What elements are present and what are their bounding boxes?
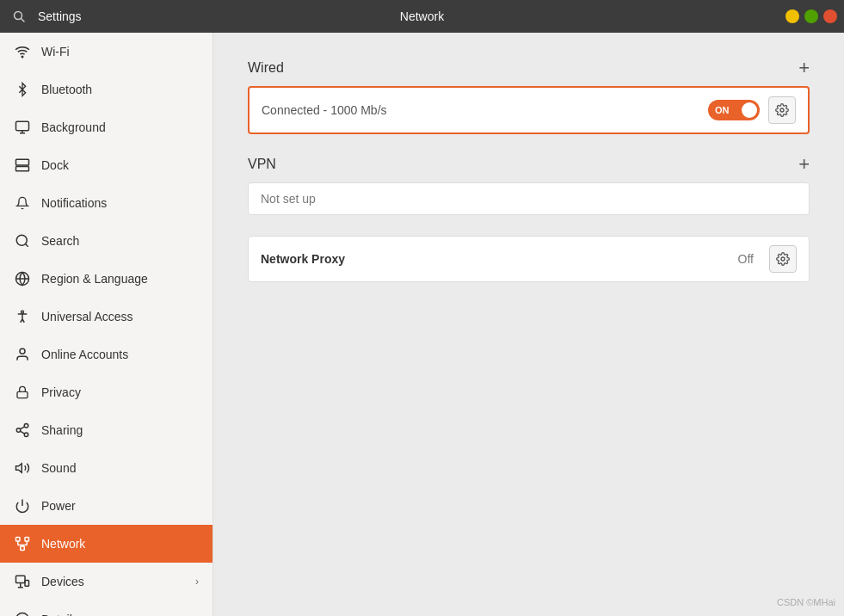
privacy-icon [14, 384, 31, 401]
sidebar-label-power: Power [41, 499, 199, 513]
svg-point-10 [22, 311, 24, 313]
wired-section-header: Wired + [248, 59, 810, 77]
sidebar-item-online-accounts[interactable]: Online Accounts [0, 336, 213, 373]
sidebar-label-sharing: Sharing [41, 423, 199, 437]
background-icon [14, 119, 31, 136]
region-language-icon [14, 270, 31, 287]
proxy-section: Network Proxy Off [248, 236, 810, 282]
notifications-icon [14, 194, 31, 212]
watermark: CSDN ©MHai [777, 597, 835, 607]
proxy-settings-button[interactable] [769, 245, 797, 273]
sidebar-item-sharing[interactable]: Sharing [0, 411, 213, 449]
sidebar-item-universal-access[interactable]: Universal Access [0, 298, 213, 336]
svg-point-13 [24, 424, 28, 428]
sidebar-label-dock: Dock [41, 158, 199, 172]
bluetooth-icon [14, 81, 31, 98]
sidebar-item-wifi[interactable]: Wi-Fi [0, 33, 213, 71]
svg-rect-29 [25, 581, 29, 587]
power-icon [14, 497, 31, 514]
sidebar-item-devices[interactable]: Devices › [0, 563, 213, 601]
sound-icon [14, 459, 31, 477]
svg-rect-21 [25, 538, 29, 542]
titlebar-controls [785, 9, 837, 23]
wifi-icon [14, 43, 31, 60]
vpn-section: VPN + Not set up [248, 155, 810, 215]
sharing-icon [14, 422, 31, 439]
svg-rect-4 [16, 167, 29, 171]
close-button[interactable] [823, 9, 837, 23]
wired-toggle[interactable]: ON [708, 100, 760, 120]
sidebar-label-notifications: Notifications [41, 196, 199, 210]
wired-add-button[interactable]: + [798, 59, 810, 77]
sidebar-label-devices: Devices [41, 575, 185, 588]
svg-rect-5 [16, 159, 29, 165]
network-icon [14, 535, 31, 552]
svg-rect-22 [21, 546, 25, 551]
wired-title: Wired [248, 60, 284, 76]
svg-rect-12 [17, 391, 28, 397]
sidebar-item-background[interactable]: Background [0, 108, 213, 146]
sidebar-item-bluetooth[interactable]: Bluetooth [0, 71, 213, 108]
sidebar-item-search[interactable]: Search [0, 222, 213, 260]
sidebar-item-details[interactable]: Details › [0, 601, 213, 616]
sidebar-label-background: Background [41, 120, 199, 134]
sidebar-label-region-language: Region & Language [41, 272, 199, 286]
proxy-status: Off [738, 252, 754, 266]
svg-point-2 [22, 56, 23, 58]
sidebar-item-privacy[interactable]: Privacy [0, 373, 213, 411]
svg-rect-3 [16, 121, 29, 131]
svg-line-16 [20, 431, 24, 434]
wired-connection-row: Connected - 1000 Mb/s ON [250, 88, 808, 132]
vpn-status-label: Not set up [261, 192, 797, 206]
sidebar-label-search: Search [41, 234, 199, 248]
svg-rect-28 [16, 576, 26, 582]
sidebar-label-privacy: Privacy [41, 385, 199, 399]
svg-point-6 [16, 235, 27, 245]
titlebar-app-title: Settings [38, 9, 82, 23]
sidebar-item-notifications[interactable]: Notifications [0, 184, 213, 222]
svg-rect-20 [16, 538, 21, 542]
svg-marker-18 [16, 464, 22, 473]
toggle-on-label: ON [715, 105, 730, 115]
sidebar-label-details: Details [41, 613, 185, 616]
vpn-title: VPN [248, 157, 276, 172]
svg-point-14 [16, 428, 21, 433]
sidebar-item-network[interactable]: Network [0, 525, 213, 563]
svg-point-35 [780, 108, 784, 112]
vpn-section-header: VPN + [248, 155, 810, 174]
sidebar-label-bluetooth: Bluetooth [41, 83, 199, 96]
vpn-status-row: Not set up [249, 183, 809, 214]
sidebar-item-dock[interactable]: Dock [0, 146, 213, 184]
svg-line-7 [25, 243, 28, 246]
titlebar-left: Settings [7, 4, 82, 28]
wired-section: Wired + Connected - 1000 Mb/s ON [248, 59, 810, 134]
sidebar-item-region-language[interactable]: Region & Language [0, 260, 213, 298]
wired-card: Connected - 1000 Mb/s ON [248, 86, 810, 134]
titlebar-search-button[interactable] [7, 4, 31, 28]
svg-point-11 [20, 348, 25, 354]
svg-line-1 [22, 19, 25, 22]
sidebar-label-sound: Sound [41, 461, 199, 475]
svg-line-17 [20, 427, 24, 429]
titlebar-page-title: Network [400, 9, 444, 23]
sidebar-item-power[interactable]: Power [0, 487, 213, 525]
sidebar-item-sound[interactable]: Sound [0, 449, 213, 487]
svg-point-36 [781, 257, 785, 261]
app-window: Wi-Fi Bluetooth Background [0, 33, 844, 616]
sidebar: Wi-Fi Bluetooth Background [0, 33, 213, 616]
vpn-add-button[interactable]: + [798, 155, 810, 174]
wired-settings-button[interactable] [768, 96, 796, 124]
sidebar-label-network: Network [41, 537, 199, 551]
titlebar: Settings Network [0, 0, 844, 33]
universal-access-icon [14, 308, 31, 325]
online-accounts-icon [14, 346, 31, 363]
sidebar-label-wifi: Wi-Fi [41, 45, 199, 59]
wired-connection-label: Connected - 1000 Mb/s [262, 103, 699, 117]
minimize-button[interactable] [785, 9, 799, 23]
details-icon [14, 611, 31, 616]
svg-point-15 [24, 433, 28, 437]
search-icon [14, 232, 31, 249]
maximize-button[interactable] [804, 9, 818, 23]
content-area: Wired + Connected - 1000 Mb/s ON [213, 33, 844, 616]
proxy-card: Network Proxy Off [248, 236, 810, 282]
